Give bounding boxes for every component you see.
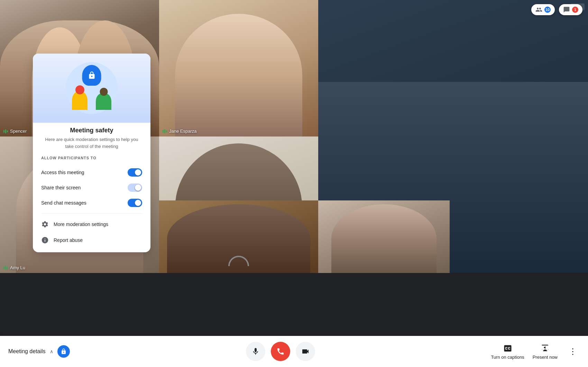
action-label-report: Report abuse <box>54 237 83 243</box>
toggle-label-access: Access this meeting <box>41 170 84 175</box>
lock-shield-icon <box>61 348 67 355</box>
mic-button[interactable] <box>246 342 265 361</box>
meeting-details-button[interactable]: Meeting details ∧ <box>8 345 70 358</box>
end-call-button[interactable] <box>271 342 290 361</box>
action-moderation[interactable]: More moderation settings <box>41 216 142 232</box>
speaking-dots-spencer <box>3 129 8 133</box>
chat-icon <box>563 6 570 13</box>
participant-name-amy: Amy Lu <box>10 265 25 270</box>
toggle-chat[interactable] <box>128 199 142 207</box>
person-avatar-green <box>96 93 111 110</box>
end-call-icon <box>276 347 285 356</box>
safety-panel: Meeting safety Here are quick moderation… <box>33 54 150 252</box>
divider-1 <box>41 213 142 214</box>
toggle-screen[interactable] <box>128 184 142 192</box>
captions-label: Turn on captions <box>491 355 524 360</box>
action-report[interactable]: Report abuse <box>41 232 142 248</box>
toggle-label-screen: Share their screen <box>41 185 81 190</box>
safety-title: Meeting safety <box>41 127 142 134</box>
video-cell-bottom-left[interactable] <box>159 200 318 273</box>
lock-icon <box>88 71 96 79</box>
chevron-up-icon: ∧ <box>50 349 53 354</box>
toggle-row-chat: Send chat messages <box>41 195 142 210</box>
bottom-toolbar: Meeting details ∧ <box>0 336 588 367</box>
speaking-dots-jane <box>163 129 167 133</box>
action-label-moderation: More moderation settings <box>54 222 108 227</box>
participants-button[interactable]: 10 <box>531 4 555 15</box>
present-icon <box>540 344 550 353</box>
participant-info-amy: Amy Lu <box>3 265 25 270</box>
participants-icon <box>535 6 542 13</box>
video-cell-bottom-right[interactable] <box>318 200 450 273</box>
participant-name-spencer: Spencer <box>10 129 27 134</box>
safety-body: Meeting safety Here are quick moderation… <box>33 123 150 248</box>
right-controls: Turn on captions Present now ⋮ <box>491 344 580 360</box>
safety-subtitle: Here are quick moderation settings to he… <box>41 136 142 150</box>
camera-icon <box>301 347 310 356</box>
present-button[interactable]: Present now <box>533 344 558 360</box>
participant-name-jane: Jane Esparza <box>169 129 197 134</box>
camera-button[interactable] <box>296 342 315 361</box>
toggle-row-access: Access this meeting <box>41 165 142 180</box>
meeting-details-label: Meeting details <box>8 348 46 355</box>
toggle-access[interactable] <box>128 168 142 177</box>
shield-graphic <box>82 65 101 86</box>
gear-icon <box>41 220 49 228</box>
mic-icon <box>251 347 260 356</box>
person-avatar-yellow <box>72 91 88 110</box>
toggle-row-screen: Share their screen <box>41 180 142 195</box>
safety-circle <box>66 62 118 114</box>
captions-button[interactable]: Turn on captions <box>491 344 524 360</box>
allow-label: ALLOW PARTICIPANTS TO <box>41 156 142 160</box>
chat-button[interactable]: 1 <box>559 4 582 15</box>
toggle-label-chat: Send chat messages <box>41 200 86 206</box>
lock-shield-button[interactable] <box>57 345 70 358</box>
captions-icon <box>503 344 513 353</box>
safety-illustration <box>33 54 150 123</box>
center-controls <box>246 342 315 361</box>
participants-count: 10 <box>544 7 551 13</box>
speaking-dots-amy <box>3 266 8 270</box>
participant-info-spencer: Spencer <box>3 129 27 134</box>
participant-info-jane: Jane Esparza <box>163 129 197 134</box>
chat-count: 1 <box>572 7 578 13</box>
more-options-button[interactable]: ⋮ <box>566 344 580 359</box>
info-icon <box>41 236 49 244</box>
present-label: Present now <box>533 355 558 360</box>
video-cell-jane[interactable]: Jane Esparza <box>159 0 318 137</box>
top-right-controls: 10 1 <box>531 4 582 15</box>
